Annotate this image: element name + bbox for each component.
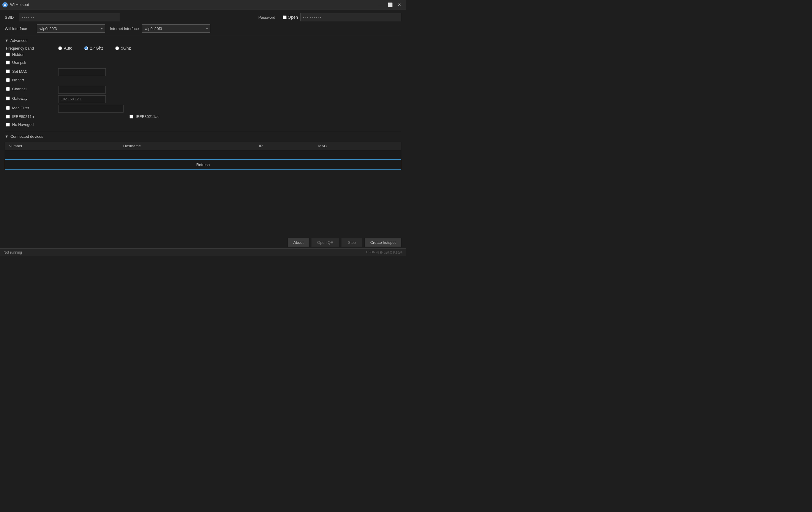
freq-24-radio[interactable] xyxy=(84,46,88,50)
internet-interface-select[interactable]: wlp0s20f3 xyxy=(142,24,210,33)
create-hotspot-button[interactable]: Create hotspot xyxy=(365,238,401,247)
usepsk-checkbox[interactable] xyxy=(6,61,10,64)
frequency-band-label: Frequency band xyxy=(6,46,36,51)
stop-button[interactable]: Stop xyxy=(342,238,362,247)
title-bar: W Wi Hotspot — ⬜ ✕ xyxy=(0,0,406,9)
ieee80211ac-checkbox[interactable] xyxy=(129,115,133,118)
status-credit: CSDN @卷心菜是真的菜 xyxy=(366,250,402,255)
channel-input[interactable] xyxy=(58,86,106,93)
freq-5-option[interactable]: 5Ghz xyxy=(115,46,131,51)
nohaveged-row: No Haveged xyxy=(6,122,401,129)
wifi-interface-group: Wifi interface wlp0s20f3 xyxy=(5,24,105,33)
open-checkbox[interactable] xyxy=(283,16,287,19)
setmac-input[interactable] xyxy=(58,68,106,76)
internet-interface-group: Internet interface wlp0s20f3 xyxy=(110,24,210,33)
refresh-button[interactable]: Refresh xyxy=(5,159,401,170)
gateway-input[interactable] xyxy=(58,95,106,103)
macfilter-input[interactable] xyxy=(58,105,123,113)
ieee80211ac-checkbox-row: IEEE80211ac xyxy=(129,114,160,119)
ieee80211ac-label[interactable]: IEEE80211ac xyxy=(136,114,160,119)
password-label: Password xyxy=(258,15,279,20)
app-icon: W xyxy=(2,2,8,7)
wifi-interface-label: Wifi interface xyxy=(5,26,34,31)
freq-auto-label: Auto xyxy=(64,46,72,51)
ieee-row: IEEE80211n IEEE80211ac xyxy=(6,114,401,120)
connected-chevron-icon: ▼ xyxy=(5,134,9,139)
divider-advanced xyxy=(5,36,401,36)
open-label[interactable]: Open xyxy=(288,15,298,20)
wifi-interface-select[interactable]: wlp0s20f3 xyxy=(37,24,105,33)
setmac-checkbox-row: Set MAC xyxy=(6,69,28,74)
password-input[interactable] xyxy=(300,13,401,21)
advanced-section-header[interactable]: ▼ Advanced xyxy=(5,38,401,43)
ssid-label: SSID xyxy=(5,15,17,20)
col-hostname: Hostname xyxy=(120,142,255,150)
table-header-row: Number Hostname IP MAC xyxy=(5,142,401,150)
novirt-label[interactable]: No Virt xyxy=(12,78,24,82)
freq-auto-option[interactable]: Auto xyxy=(58,46,72,51)
hidden-checkbox[interactable] xyxy=(6,53,10,56)
frequency-band-row: Frequency band Auto 2.4Ghz 5Ghz xyxy=(6,46,401,51)
internet-interface-select-wrapper: wlp0s20f3 xyxy=(142,24,210,33)
gateway-checkbox[interactable] xyxy=(6,96,10,101)
freq-auto-radio[interactable] xyxy=(58,46,62,50)
ieee80211n-label[interactable]: IEEE80211n xyxy=(12,114,34,119)
novirt-row: No Virt xyxy=(6,78,401,84)
freq-5-label: 5Ghz xyxy=(121,46,131,51)
novirt-checkbox-row: No Virt xyxy=(6,78,24,82)
ieee80211n-checkbox-row: IEEE80211n xyxy=(6,114,34,119)
setmac-label[interactable]: Set MAC xyxy=(12,69,28,74)
channel-label[interactable]: Channel xyxy=(12,87,26,91)
internet-interface-label: Internet interface xyxy=(110,26,140,31)
freq-24-option[interactable]: 2.4Ghz xyxy=(84,46,104,51)
gateway-label[interactable]: Gateway xyxy=(12,96,27,101)
connected-devices-header[interactable]: ▼ Connected devices xyxy=(5,134,401,139)
main-content: SSID Password Open Wifi interface wlp0s2… xyxy=(0,9,406,173)
hidden-checkbox-row: Hidden xyxy=(6,52,24,57)
divider-connected xyxy=(5,131,401,131)
macfilter-row: Mac Filter xyxy=(6,105,401,113)
hidden-label[interactable]: Hidden xyxy=(12,52,24,57)
status-text: Not running xyxy=(4,250,22,255)
devices-table-container: Number Hostname IP MAC xyxy=(5,142,401,159)
window-controls: — ⬜ ✕ xyxy=(376,1,404,8)
advanced-section-label: Advanced xyxy=(10,38,28,43)
macfilter-checkbox-row: Mac Filter xyxy=(6,106,29,110)
setmac-checkbox[interactable] xyxy=(6,69,10,73)
col-mac: MAC xyxy=(315,142,401,150)
minimize-button[interactable]: — xyxy=(376,1,385,8)
ieee80211n-checkbox[interactable] xyxy=(6,115,10,118)
nohaveged-checkbox-row: No Haveged xyxy=(6,122,34,127)
close-button[interactable]: ✕ xyxy=(395,1,404,8)
devices-table: Number Hostname IP MAC xyxy=(5,142,401,159)
usepsk-checkbox-row: Use psk xyxy=(6,60,26,65)
password-group: Password Open xyxy=(258,13,401,21)
setmac-row: Set MAC xyxy=(6,68,401,76)
ssid-group: SSID xyxy=(5,13,120,21)
macfilter-checkbox[interactable] xyxy=(6,106,10,110)
ssid-input[interactable] xyxy=(19,13,120,21)
about-button[interactable]: About xyxy=(288,238,309,247)
window-title: Wi Hotspot xyxy=(10,2,376,7)
advanced-chevron-icon: ▼ xyxy=(5,38,9,43)
usepsk-label[interactable]: Use psk xyxy=(12,60,26,65)
channel-checkbox-row: Channel xyxy=(6,87,26,91)
nohaveged-label[interactable]: No Haveged xyxy=(12,122,34,127)
channel-checkbox[interactable] xyxy=(6,87,10,91)
hidden-usepsk-row: Hidden xyxy=(6,52,401,58)
ssid-password-row: SSID Password Open xyxy=(5,13,401,21)
gateway-row: Gateway xyxy=(6,95,401,103)
wifi-interface-select-wrapper: wlp0s20f3 xyxy=(37,24,105,33)
freq-24-label: 2.4Ghz xyxy=(90,46,104,51)
maximize-button[interactable]: ⬜ xyxy=(386,1,394,8)
open-qr-button[interactable]: Open QR xyxy=(312,238,339,247)
macfilter-label[interactable]: Mac Filter xyxy=(12,106,29,110)
usepsk-row: Use psk xyxy=(6,60,401,66)
interface-row: Wifi interface wlp0s20f3 Internet interf… xyxy=(5,24,401,33)
col-ip: IP xyxy=(255,142,315,150)
nohaveged-checkbox[interactable] xyxy=(6,123,10,126)
freq-5-radio[interactable] xyxy=(115,46,119,50)
channel-row: Channel xyxy=(6,86,401,93)
gateway-checkbox-row: Gateway xyxy=(6,96,27,101)
novirt-checkbox[interactable] xyxy=(6,78,10,82)
